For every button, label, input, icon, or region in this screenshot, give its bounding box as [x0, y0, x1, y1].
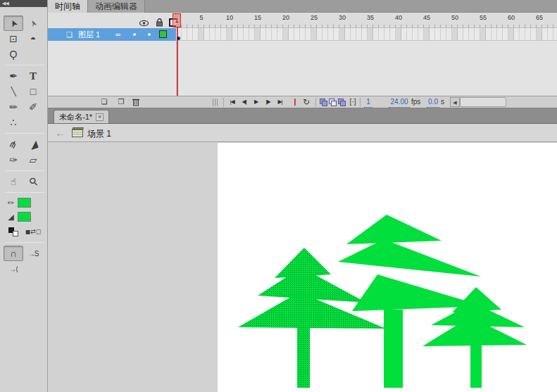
zoom-tool-icon: ⚲ [26, 175, 41, 189]
back-arrow-icon[interactable]: ← [55, 127, 65, 139]
step-forward-button[interactable]: |▶ [262, 96, 274, 108]
hand-tool-icon: ☝ [11, 176, 17, 187]
tools-panel-header[interactable]: ◀◀ [0, 0, 47, 7]
timeline-ruler[interactable]: 5101520253035404550556065 [176, 13, 557, 28]
snap-to-objects[interactable]: ∩ [4, 246, 23, 261]
paint-bucket-tool[interactable]: ◢ [23, 137, 43, 152]
text-tool[interactable]: T [23, 68, 43, 84]
layer-lock-dot[interactable] [148, 33, 151, 36]
rectangle-tool[interactable]: □ [23, 84, 43, 99]
spray-brush-tool[interactable]: ∴ [4, 115, 23, 130]
eyedropper-tool-icon: ✑ [9, 154, 18, 165]
subselection-tool[interactable]: ➢ [23, 15, 43, 31]
new-folder-button[interactable]: ❐ [115, 96, 127, 108]
selection-tool[interactable]: ➤ [4, 15, 23, 31]
ruler-frame-number: 60 [508, 14, 515, 21]
panel-tab-strip: 时间轴 动画编辑器 [48, 0, 557, 13]
hand-tool[interactable]: ☝ [4, 174, 23, 189]
paint-bucket-tool-icon: ◢ [27, 138, 38, 151]
edit-multiple-frames-button[interactable] [338, 99, 346, 106]
bone-tool[interactable]: ⋔ [4, 137, 23, 152]
stroke-color-control[interactable]: ✏ [4, 196, 43, 210]
pasteboard [48, 142, 557, 392]
3d-rotation-tool-icon: ◓ [30, 33, 36, 44]
eraser-tool[interactable]: ▱ [23, 152, 43, 167]
eraser-tool-icon: ▱ [30, 154, 37, 165]
eyedropper-tool[interactable]: ✑ [4, 152, 23, 167]
timeline-splitter-grip[interactable] [213, 99, 218, 106]
ruler-frame-number: 5 [199, 14, 203, 21]
pine-tree-left[interactable] [238, 248, 386, 388]
zoom-tool[interactable]: ⚲ [23, 174, 43, 189]
tools-divider [5, 242, 44, 243]
ruler-frame-number: 30 [339, 14, 346, 21]
keyframe-dot[interactable] [177, 37, 180, 40]
tab-motion-editor[interactable]: 动画编辑器 [88, 0, 145, 13]
elapsed-time-unit-label: s [441, 96, 446, 108]
layer-row[interactable]: ❏ 图层 1 ✏ [48, 28, 176, 41]
lasso-tool-icon: Ϙ [10, 49, 18, 60]
document-tab[interactable]: 未命名-1* × [54, 110, 109, 123]
line-tool[interactable]: ╲ [4, 84, 23, 99]
ruler-frame-number: 65 [536, 14, 543, 21]
pencil-tool[interactable]: ✏ [4, 99, 23, 115]
ruler-frame-number: 15 [254, 14, 261, 21]
free-transform-tool-icon: ⊡ [9, 33, 18, 44]
new-layer-button[interactable]: ❏ [99, 96, 110, 108]
playhead-marker[interactable]: 1 [173, 13, 181, 27]
3d-rotation-tool[interactable]: ◓ [23, 31, 43, 46]
step-back-button[interactable]: ◀| [238, 96, 250, 108]
tools-divider [5, 65, 44, 65]
ruler-frame-number: 40 [395, 14, 402, 21]
center-frame-button[interactable]: ❙ [292, 96, 299, 108]
straighten-option[interactable]: →⟨ [4, 261, 23, 277]
onion-skin-button[interactable] [320, 99, 327, 106]
bone-tool-icon: ⋔ [7, 137, 20, 151]
elapsed-time-value[interactable]: 0.0 [427, 96, 439, 108]
ruler-frame-number: 35 [367, 14, 374, 21]
current-frame-value[interactable]: 1 [364, 96, 373, 108]
lasso-tool[interactable]: Ϙ [4, 46, 23, 62]
stroke-color-icon: ✏ [6, 198, 15, 208]
tab-timeline[interactable]: 时间轴 [48, 0, 88, 13]
fill-color-swatch[interactable] [18, 212, 31, 222]
layer-frames-row[interactable] [176, 28, 557, 41]
lock-all-layers-icon[interactable] [154, 17, 164, 25]
timeline-scrollbar-thumb[interactable] [460, 97, 506, 107]
free-transform-tool[interactable]: ⊡ [4, 31, 23, 46]
timeline-scrollbar-left-arrow[interactable]: ◀ [450, 97, 460, 107]
main-region: 时间轴 动画编辑器 ❏ 图层 1 ✏ [48, 0, 557, 392]
frame-rate-value[interactable]: 24.00 [389, 96, 410, 108]
onion-skin-outlines-button[interactable] [329, 99, 337, 106]
fill-color-control[interactable]: ◢ [4, 210, 43, 224]
pen-tool[interactable]: ✒ [4, 68, 23, 84]
goto-last-frame-button[interactable]: ▶| [274, 96, 286, 108]
brush-tool[interactable]: ✐ [23, 99, 43, 115]
collapse-panel-icon[interactable]: ◀◀ [2, 1, 8, 6]
stroke-color-swatch[interactable] [18, 198, 31, 208]
close-document-icon[interactable]: × [96, 113, 104, 121]
tools-divider [5, 170, 44, 171]
delete-layer-button[interactable] [131, 96, 141, 108]
smooth-option[interactable]: →S [23, 246, 43, 261]
layer-name[interactable]: 图层 1 [78, 30, 100, 40]
play-button[interactable]: ▶ [250, 96, 262, 108]
show-hide-all-layers-icon[interactable] [139, 17, 149, 25]
edit-bar: ← 场景 1 [48, 124, 557, 142]
goto-first-frame-button[interactable]: |◀ [226, 96, 238, 108]
subselection-tool-icon: ➢ [27, 18, 39, 29]
layer-outline-color-swatch[interactable] [159, 30, 167, 38]
straighten-option-icon: →⟨ [9, 265, 18, 273]
document-title: 未命名-1* [59, 110, 92, 123]
layer-visibility-dot[interactable] [133, 33, 136, 36]
swap-colors-button[interactable]: ◼⇄◻ [23, 224, 43, 239]
pencil-tool-icon: ✏ [9, 101, 18, 113]
brush-tool-icon: ✐ [29, 101, 37, 113]
ruler-frame-number: 10 [226, 14, 233, 21]
scene-breadcrumb-label[interactable]: 场景 1 [87, 128, 111, 140]
stage-canvas[interactable] [218, 143, 557, 392]
default-colors-button[interactable] [4, 224, 23, 239]
line-tool-icon: ╲ [11, 87, 15, 96]
modify-onion-markers-button[interactable]: [·] [347, 96, 358, 108]
loop-button[interactable]: ↻ [300, 96, 313, 108]
